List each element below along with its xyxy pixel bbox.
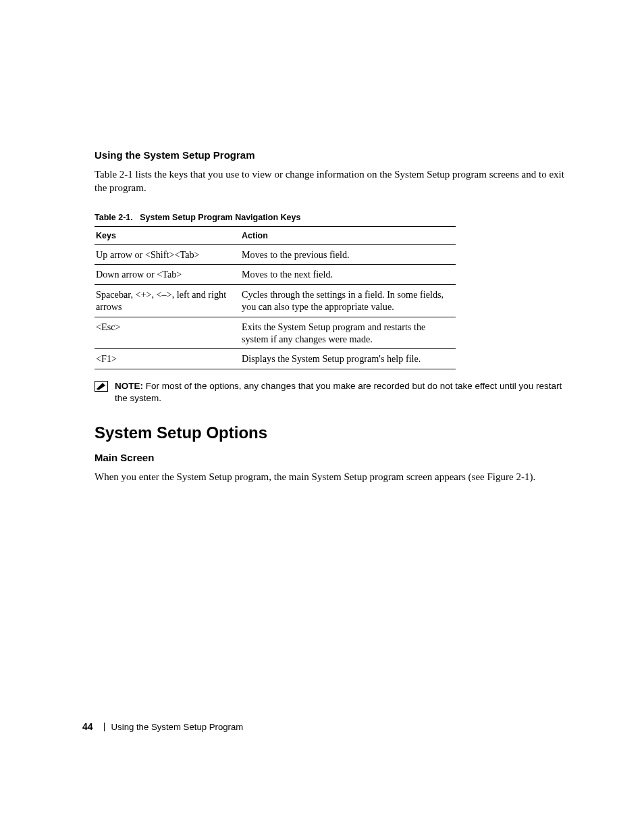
footer-separator — [104, 723, 105, 731]
page-number: 44 — [82, 721, 93, 732]
note-label: NOTE: — [115, 381, 143, 391]
subsection-heading: Main Screen — [95, 452, 567, 463]
table-header-row: Keys Action — [95, 226, 456, 244]
body-paragraph: When you enter the System Setup program,… — [95, 470, 567, 484]
table-row: <F1> Displays the System Setup program's… — [95, 349, 456, 369]
cell-action: Moves to the next field. — [240, 265, 456, 284]
page-footer: 44 Using the System Setup Program — [82, 721, 243, 732]
cell-action: Cycles through the settings in a field. … — [240, 284, 456, 317]
table-row: Down arrow or <Tab> Moves to the next fi… — [95, 265, 456, 284]
note-icon — [95, 381, 108, 395]
table-row: Spacebar, <+>, <–>, left and right arrow… — [95, 284, 456, 317]
table-row: <Esc> Exits the System Setup program and… — [95, 317, 456, 349]
note-text-container: NOTE: For most of the options, any chang… — [115, 380, 567, 405]
note-text: For most of the options, any changes tha… — [115, 381, 562, 403]
page-content: Using the System Setup Program Table 2-1… — [95, 149, 567, 491]
table-caption-title: System Setup Program Navigation Keys — [140, 213, 300, 222]
cell-keys: <F1> — [95, 349, 240, 369]
footer-chapter: Using the System Setup Program — [111, 722, 244, 732]
table-caption: Table 2-1. System Setup Program Navigati… — [95, 213, 567, 222]
cell-keys: Down arrow or <Tab> — [95, 265, 240, 284]
cell-keys: Spacebar, <+>, <–>, left and right arrow… — [95, 284, 240, 317]
navigation-keys-table: Keys Action Up arrow or <Shift><Tab> Mov… — [95, 226, 456, 369]
note-block: NOTE: For most of the options, any chang… — [95, 380, 567, 405]
cell-action: Displays the System Setup program's help… — [240, 349, 456, 369]
intro-paragraph: Table 2-1 lists the keys that you use to… — [95, 167, 567, 195]
subsection-heading: Using the System Setup Program — [95, 149, 567, 161]
cell-action: Moves to the previous field. — [240, 244, 456, 264]
section-heading: System Setup Options — [95, 423, 567, 442]
table-caption-label: Table 2-1. — [95, 213, 133, 222]
cell-keys: Up arrow or <Shift><Tab> — [95, 244, 240, 264]
cell-action: Exits the System Setup program and resta… — [240, 317, 456, 349]
table-header-keys: Keys — [95, 226, 240, 244]
cell-keys: <Esc> — [95, 317, 240, 349]
table-row: Up arrow or <Shift><Tab> Moves to the pr… — [95, 244, 456, 264]
table-header-action: Action — [240, 226, 456, 244]
